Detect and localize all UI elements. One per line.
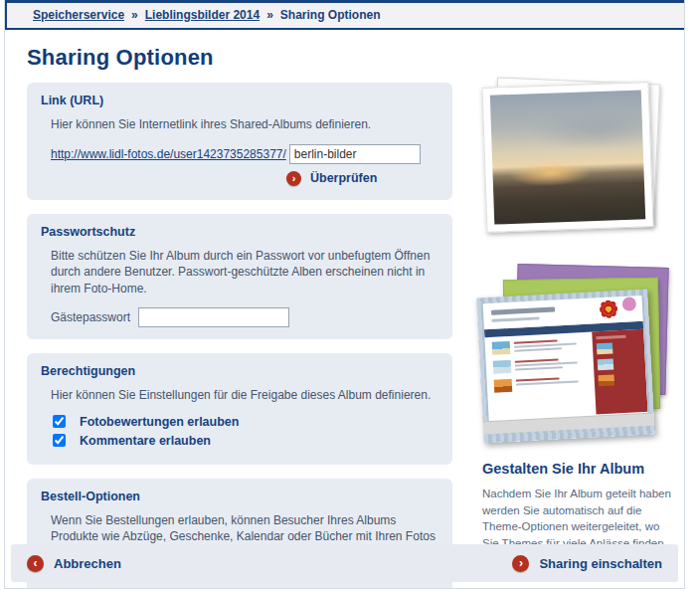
page-title: Sharing Optionen <box>27 45 684 71</box>
enable-sharing-button[interactable]: › Sharing einschalten <box>512 555 662 572</box>
section-link-url-description: Hier können Sie Internetlink ihres Share… <box>51 116 438 133</box>
section-link-url: Link (URL) Hier können Sie Internetlink … <box>27 83 452 200</box>
section-password-description: Bitte schützen Sie Ihr Album durch ein P… <box>51 248 438 297</box>
breadcrumb-link-album[interactable]: Lieblingsbilder 2014 <box>145 8 260 22</box>
album-base-url-link[interactable]: http://www.lidl-fotos.de/user14237352853… <box>51 147 286 161</box>
option-row-comments: Kommentare erlauben <box>53 434 438 448</box>
forward-arrow-icon: › <box>286 171 301 186</box>
comments-label[interactable]: Kommentare erlauben <box>80 434 211 448</box>
theme-preview-front <box>476 290 654 444</box>
mini-page-title-bars <box>491 306 562 322</box>
cancel-button[interactable]: ‹ Abbrechen <box>27 555 121 572</box>
section-permissions-title: Berechtigungen <box>41 364 438 378</box>
flower-icon <box>603 302 615 315</box>
check-url-button-label: Überprüfen <box>310 171 377 185</box>
preview-column: Gestalten Sie Ihr Album Nachdem Sie Ihr … <box>480 83 679 589</box>
theme-promo-title: Gestalten Sie Ihr Album <box>482 461 679 477</box>
cancel-button-label: Abbrechen <box>54 556 121 571</box>
option-row-photo-ratings: Fotobewertungen erlauben <box>53 415 438 429</box>
enable-sharing-button-label: Sharing einschalten <box>539 556 662 571</box>
breadcrumb-link-speicherservice[interactable]: Speicherservice <box>33 8 124 22</box>
section-permissions: Berechtigungen Hier können Sie Einstellu… <box>27 353 452 465</box>
breadcrumb-separator: » <box>131 8 138 22</box>
section-order-options-title: Bestell-Optionen <box>41 490 438 503</box>
album-cover-photo <box>482 82 654 233</box>
breadcrumb-separator: » <box>266 8 273 22</box>
settings-column: Link (URL) Hier können Sie Internetlink … <box>27 83 452 589</box>
mini-page-photo-list <box>484 332 596 421</box>
berlin-skyline-photo <box>490 90 645 224</box>
section-password-title: Passwortschutz <box>41 225 438 239</box>
check-url-button[interactable]: › Überprüfen <box>286 171 438 186</box>
theme-preview-stack <box>480 264 675 445</box>
content-columns: Link (URL) Hier können Sie Internetlink … <box>27 83 684 589</box>
section-permissions-description: Hier können Sie Einstellungen für die Fr… <box>51 387 438 404</box>
album-photo-stack <box>480 79 665 236</box>
comments-checkbox[interactable] <box>53 434 66 447</box>
forward-arrow-icon: › <box>512 555 529 572</box>
photo-ratings-checkbox[interactable] <box>53 415 66 428</box>
section-password: Passwortschutz Bitte schützen Sie Ihr Al… <box>27 214 452 340</box>
photo-ratings-label[interactable]: Fotobewertungen erlauben <box>80 415 239 429</box>
guest-password-input[interactable] <box>138 307 289 327</box>
breadcrumb: Speicherservice»Lieblingsbilder 2014»Sha… <box>5 3 684 30</box>
back-arrow-icon: ‹ <box>27 555 44 572</box>
footer-action-bar: ‹ Abbrechen › Sharing einschalten <box>11 544 678 582</box>
mini-page-sidebar <box>592 329 647 415</box>
breadcrumb-current: Sharing Optionen <box>280 8 381 22</box>
section-link-url-title: Link (URL) <box>41 94 438 107</box>
guest-password-label: Gästepasswort <box>51 310 130 324</box>
theme-mini-page <box>483 296 648 421</box>
album-slug-input[interactable] <box>289 144 421 164</box>
page-container: Speicherservice»Lieblingsbilder 2014»Sha… <box>4 0 685 589</box>
flower-dot-decor <box>621 296 636 311</box>
